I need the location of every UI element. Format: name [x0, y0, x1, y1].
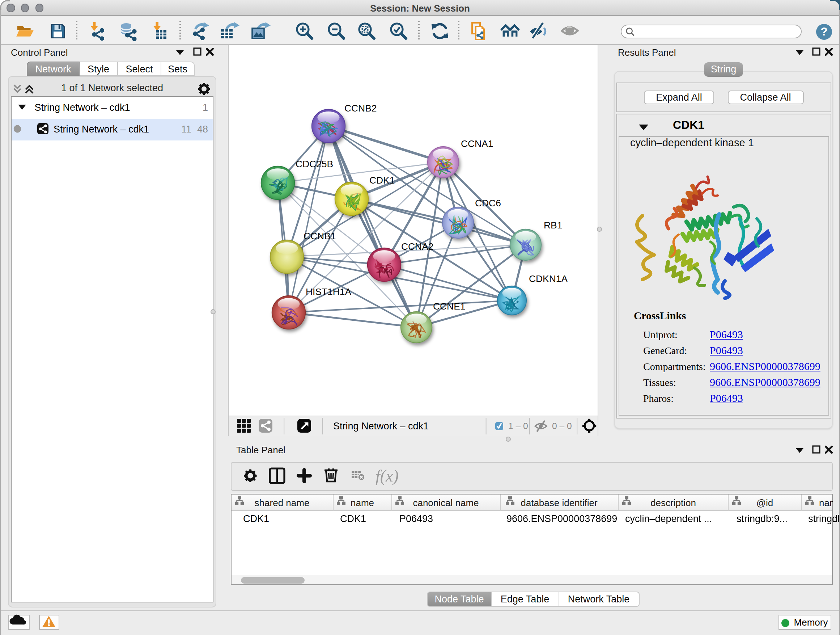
svg-text:f(x): f(x) — [376, 467, 399, 485]
